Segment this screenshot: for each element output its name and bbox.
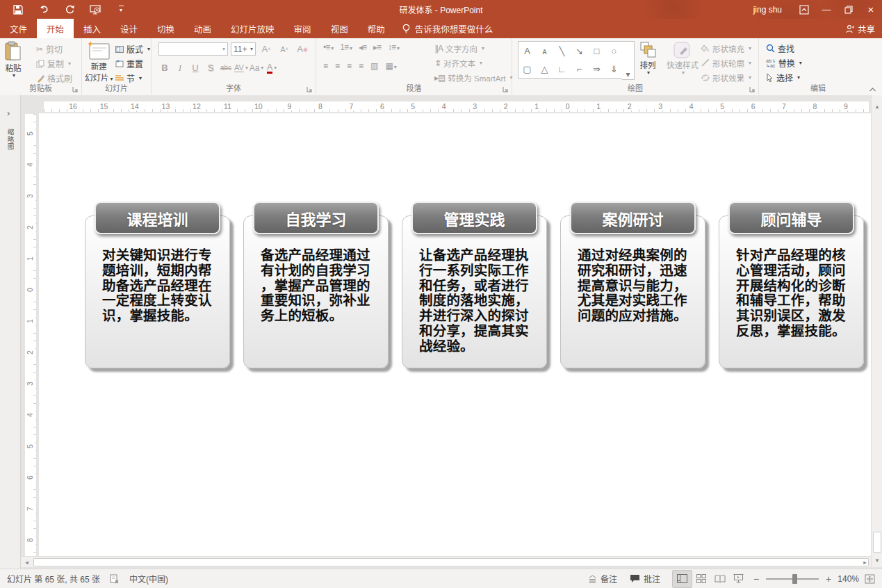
text-shadow-button[interactable]: S — [203, 60, 218, 75]
italic-button[interactable]: I — [172, 60, 188, 75]
tell-me-box[interactable]: 告诉我你想要做什么 — [395, 19, 500, 38]
font-size-combobox[interactable]: 11+▾ — [231, 42, 256, 56]
shapes-gallery-more-icon[interactable]: ▾ — [622, 41, 635, 80]
card-body-text[interactable]: 让备选产品经理执 行一系列实际工作 和任务，或者进行 制度的落地实施， 并进行深… — [402, 215, 547, 368]
scroll-right-icon[interactable]: ▸ — [860, 557, 870, 567]
align-left-icon[interactable]: ≡ — [323, 61, 327, 71]
oval-icon[interactable]: ○ — [605, 42, 623, 60]
reset-button[interactable]: 重置 — [115, 56, 150, 71]
quick-styles-button[interactable]: 快速样式 ▾ — [667, 41, 699, 76]
vertical-ruler[interactable]: 54321012345678 — [25, 114, 36, 556]
character-spacing-button[interactable]: AV▾ — [234, 60, 249, 75]
add-remove-columns-icon[interactable]: ▦▾ — [385, 61, 395, 71]
scroll-up-icon[interactable]: ▴ — [872, 101, 882, 111]
align-text-button[interactable]: ⇕对齐文本▾ — [434, 56, 512, 70]
tab-5[interactable]: 动画 — [184, 19, 221, 38]
align-center-icon[interactable]: ≡ — [335, 61, 339, 71]
slide-number-status[interactable]: 幻灯片 第 65 张, 共 65 张 — [7, 573, 100, 585]
new-slide-button[interactable]: 新建 幻灯片▾ — [85, 41, 113, 83]
replace-button[interactable]: ab↴↳ac 替换▾ — [766, 56, 802, 70]
bold-button[interactable]: B — [157, 60, 172, 75]
columns-icon[interactable]: ▥ — [370, 61, 377, 71]
scroll-left-icon[interactable]: ◂ — [22, 557, 32, 567]
card-title[interactable]: 案例研讨 — [570, 202, 696, 234]
zoom-slider-thumb[interactable] — [792, 574, 797, 584]
tab-8[interactable]: 视图 — [321, 19, 358, 38]
card-body-text[interactable]: 备选产品经理通过 有计划的自我学习 ，掌握产品管理的 重要知识，弥补业 务上的短… — [243, 215, 389, 368]
vertical-scrollbar[interactable]: ▴ ▾ — [871, 95, 882, 567]
card-title[interactable]: 自我学习 — [253, 202, 379, 234]
triangle-icon[interactable]: △ — [536, 60, 553, 78]
shape-fill-button[interactable]: 形状填充▾ — [701, 41, 751, 56]
font-dialog-launcher-icon[interactable] — [307, 86, 313, 92]
slide-editing-area[interactable]: 对关键知识进行专 题培训，短期内帮 助备选产品经理在 一定程度上转变认 识，掌握… — [39, 113, 871, 556]
share-button[interactable]: 共享 — [846, 19, 875, 38]
arrange-button[interactable]: 排列 ▾ — [639, 41, 657, 76]
strikethrough-button[interactable]: abc — [218, 60, 234, 75]
font-name-combobox[interactable]: ▾ — [158, 42, 228, 56]
tab-3[interactable]: 设计 — [111, 19, 147, 38]
slide-card[interactable]: 通过对经典案例的 研究和研讨，迅速 提高意识与能力， 尤其是对实践工作 问题的应… — [560, 202, 705, 372]
expand-pane-icon[interactable]: › — [7, 108, 10, 118]
slide-card[interactable]: 备选产品经理通过 有计划的自我学习 ，掌握产品管理的 重要知识，弥补业 务上的短… — [243, 202, 389, 372]
line-spacing-icon[interactable]: ↕≡▾ — [388, 42, 399, 52]
underline-button[interactable]: U — [188, 60, 203, 75]
shape-outline-button[interactable]: 形状轮廓▾ — [701, 56, 751, 70]
reading-view-button[interactable] — [710, 571, 729, 587]
slide-sorter-view-button[interactable] — [692, 571, 710, 587]
elbow-arrow-connector-icon[interactable]: ⌐ — [571, 60, 588, 78]
cut-button[interactable]: ✂剪切 — [36, 42, 72, 56]
customize-qat-icon[interactable]: ▾ — [111, 1, 131, 18]
repeat-icon[interactable] — [60, 1, 79, 18]
copy-button[interactable]: 复制▾ — [36, 56, 72, 71]
clear-formatting-button[interactable]: A◆ — [295, 42, 310, 56]
tab-2[interactable]: 插入 — [74, 19, 111, 38]
card-body-text[interactable]: 对关键知识进行专 题培训，短期内帮 助备选产品经理在 一定程度上转变认 识，掌握… — [85, 215, 230, 368]
layout-button[interactable]: 版式▾ — [115, 42, 150, 56]
zoom-level[interactable]: 140% — [833, 574, 859, 584]
align-right-icon[interactable]: ≡ — [347, 61, 351, 71]
slideshow-view-button[interactable] — [729, 571, 748, 587]
scroll-down-icon[interactable]: ▾ — [872, 555, 882, 565]
change-case-button[interactable]: Aa▾ — [249, 60, 264, 75]
bullets-icon[interactable]: •≡▾ — [323, 42, 333, 52]
text-box-icon[interactable]: A — [518, 42, 536, 60]
elbow-connector-icon[interactable]: ∟ — [553, 60, 571, 78]
card-title[interactable]: 顾问辅导 — [728, 202, 854, 234]
justify-icon[interactable]: ≡ — [359, 61, 363, 71]
notes-button[interactable]: 备注 — [588, 573, 617, 585]
right-arrow-icon[interactable]: ⇒ — [588, 60, 605, 78]
vertical-text-box-icon[interactable]: ᴀ — [536, 42, 553, 60]
horizontal-scrollbar-thumb[interactable] — [33, 558, 869, 566]
paste-button[interactable]: 粘贴 ▾ — [4, 41, 22, 79]
tab-1[interactable]: 开始 — [37, 19, 74, 38]
tab-file[interactable]: 文件 — [0, 19, 37, 38]
slide-card[interactable]: 对关键知识进行专 题培训，短期内帮 助备选产品经理在 一定程度上转变认 识，掌握… — [85, 202, 230, 372]
drawing-dialog-launcher-icon[interactable] — [749, 86, 756, 92]
down-arrow-icon[interactable]: ⇓ — [605, 60, 623, 78]
close-button[interactable]: × — [860, 0, 882, 19]
tab-4[interactable]: 切换 — [147, 19, 184, 38]
horizontal-scrollbar[interactable]: ◂ ▸ — [21, 556, 871, 567]
tab-6[interactable]: 幻灯片放映 — [221, 19, 284, 38]
card-title[interactable]: 管理实践 — [411, 202, 537, 234]
decrease-indent-icon[interactable]: ◂≡ — [359, 42, 366, 52]
tab-7[interactable]: 审阅 — [284, 19, 321, 38]
slide-card[interactable]: 针对产品经理的核 心管理活动，顾问 开展结构化的诊断 和辅导工作，帮助 其识别误… — [719, 202, 864, 372]
paragraph-dialog-launcher-icon[interactable] — [503, 86, 509, 92]
rectangle-icon[interactable]: □ — [588, 42, 605, 60]
zoom-slider[interactable] — [766, 578, 819, 580]
undo-icon[interactable] — [34, 1, 54, 18]
shrink-font-button[interactable]: A˅ — [277, 42, 292, 56]
tab-9[interactable]: 帮助 — [358, 19, 395, 38]
find-button[interactable]: 查找 — [766, 41, 802, 56]
ribbon-display-options-icon[interactable] — [793, 0, 815, 19]
spell-check-icon[interactable] — [110, 574, 120, 584]
zoom-in-button[interactable]: + — [824, 573, 833, 585]
text-direction-button[interactable]: ∥A文字方向▾ — [434, 41, 512, 56]
line-icon[interactable]: ╲ — [553, 42, 571, 60]
numbering-icon[interactable]: 1≡▾ — [340, 42, 352, 52]
card-body-text[interactable]: 通过对经典案例的 研究和研讨，迅速 提高意识与能力， 尤其是对实践工作 问题的应… — [560, 215, 705, 368]
minimize-button[interactable]: — — [815, 0, 838, 19]
zoom-out-button[interactable]: − — [752, 573, 760, 585]
